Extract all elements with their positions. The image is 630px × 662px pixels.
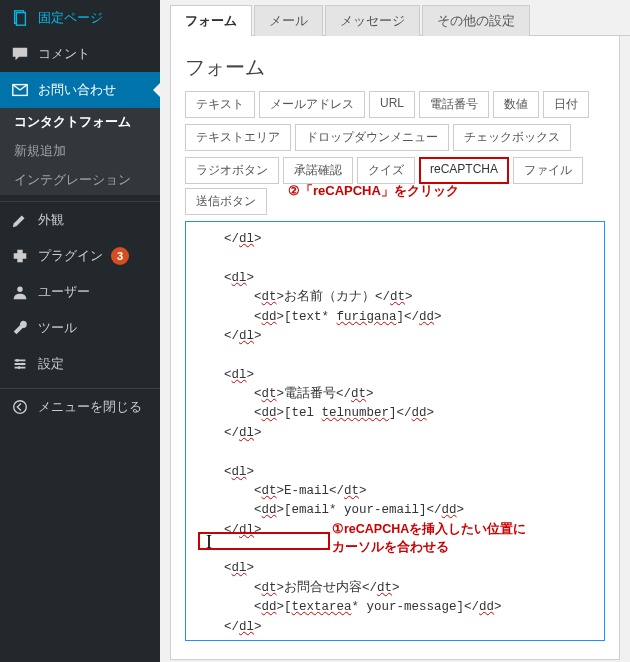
tag-btn-テキストエリア[interactable]: テキストエリア: [185, 124, 291, 151]
sidebar-label: ツール: [38, 319, 77, 337]
tag-btn-ドロップダウンメニュー[interactable]: ドロップダウンメニュー: [295, 124, 449, 151]
plugin-icon: [10, 246, 30, 266]
sidebar-submenu: コンタクトフォーム 新規追加 インテグレーション: [0, 108, 160, 195]
tab-messages[interactable]: メッセージ: [325, 5, 420, 36]
sidebar-sub-integration[interactable]: インテグレーション: [0, 166, 160, 195]
sidebar-item-settings[interactable]: 設定: [0, 346, 160, 382]
sidebar-item-contact[interactable]: お問い合わせ: [0, 72, 160, 108]
sidebar-label: 外観: [38, 211, 64, 229]
admin-sidebar: 固定ページ コメント お問い合わせ コンタクトフォーム 新規追加 インテグレーシ…: [0, 0, 160, 662]
user-icon: [10, 282, 30, 302]
tag-btn-ファイル[interactable]: ファイル: [513, 157, 583, 184]
main-content: フォーム メール メッセージ その他の設定 フォーム テキストメールアドレスUR…: [160, 0, 630, 662]
settings-tabs: フォーム メール メッセージ その他の設定: [170, 4, 630, 36]
sidebar-item-users[interactable]: ユーザー: [0, 274, 160, 310]
sidebar-item-plugins[interactable]: プラグイン 3: [0, 238, 160, 274]
sidebar-item-pages[interactable]: 固定ページ: [0, 0, 160, 36]
tag-btn-メールアドレス[interactable]: メールアドレス: [259, 91, 365, 118]
wrench-icon: [10, 318, 30, 338]
comment-icon: [10, 44, 30, 64]
tab-mail[interactable]: メール: [254, 5, 323, 36]
tag-generator: テキストメールアドレスURL電話番号数値日付テキストエリアドロップダウンメニュー…: [185, 91, 605, 215]
svg-point-4: [16, 359, 19, 362]
tab-form[interactable]: フォーム: [170, 5, 252, 36]
tag-btn-テキスト[interactable]: テキスト: [185, 91, 255, 118]
settings-icon: [10, 354, 30, 374]
tag-btn-電話番号[interactable]: 電話番号: [419, 91, 489, 118]
brush-icon: [10, 210, 30, 230]
sidebar-label: 設定: [38, 355, 64, 373]
page-icon: [10, 8, 30, 28]
tag-btn-recaptcha[interactable]: reCAPTCHA: [419, 157, 509, 184]
tag-btn-url[interactable]: URL: [369, 91, 415, 118]
mail-icon: [10, 80, 30, 100]
tag-btn-チェックボックス[interactable]: チェックボックス: [453, 124, 571, 151]
tag-btn-承諾確認[interactable]: 承諾確認: [283, 157, 353, 184]
tag-btn-ラジオボタン[interactable]: ラジオボタン: [185, 157, 279, 184]
tag-btn-送信ボタン[interactable]: 送信ボタン: [185, 188, 267, 215]
svg-point-3: [17, 287, 22, 292]
sidebar-label: 固定ページ: [38, 9, 103, 27]
panel-title: フォーム: [185, 54, 605, 81]
sidebar-item-comments[interactable]: コメント: [0, 36, 160, 72]
tag-btn-数値[interactable]: 数値: [493, 91, 539, 118]
sidebar-sub-contact-form[interactable]: コンタクトフォーム: [0, 108, 160, 137]
svg-rect-1: [16, 13, 25, 26]
sidebar-label: お問い合わせ: [38, 81, 116, 99]
sidebar-sub-add-new[interactable]: 新規追加: [0, 137, 160, 166]
svg-point-5: [21, 363, 24, 366]
svg-point-7: [14, 401, 27, 414]
tag-btn-日付[interactable]: 日付: [543, 91, 589, 118]
svg-point-6: [18, 366, 21, 369]
sidebar-item-collapse[interactable]: メニューを閉じる: [0, 389, 160, 425]
form-editor-textarea[interactable]: </dl> <dl> <dt>お名前（カナ）</dt> <dd>[text* f…: [185, 221, 605, 641]
sidebar-label: ユーザー: [38, 283, 90, 301]
tab-other[interactable]: その他の設定: [422, 5, 530, 36]
sidebar-label: メニューを閉じる: [38, 398, 142, 416]
sidebar-label: コメント: [38, 45, 90, 63]
sidebar-label: プラグイン: [38, 247, 103, 265]
tag-btn-クイズ[interactable]: クイズ: [357, 157, 415, 184]
collapse-icon: [10, 397, 30, 417]
update-badge: 3: [111, 247, 129, 265]
form-panel: フォーム テキストメールアドレスURL電話番号数値日付テキストエリアドロップダウ…: [170, 36, 620, 660]
sidebar-item-tools[interactable]: ツール: [0, 310, 160, 346]
sidebar-item-appearance[interactable]: 外観: [0, 202, 160, 238]
